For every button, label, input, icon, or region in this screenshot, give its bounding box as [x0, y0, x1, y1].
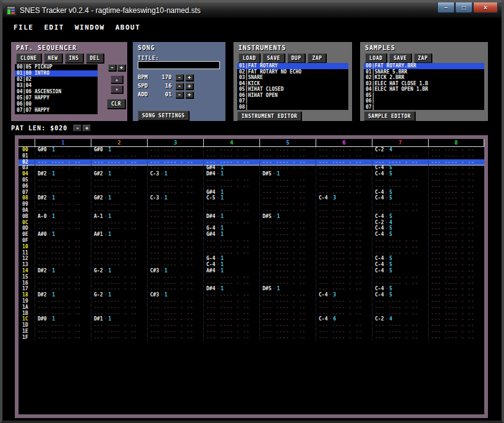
pattern-cell[interactable]: --- ---- - -- [428, 183, 484, 190]
sequence-entry-4[interactable]: 04|06 ASCENSION [15, 89, 98, 95]
pattern-cell[interactable]: --- ---- - -- [147, 207, 203, 214]
pattern-note[interactable]: D#5·1 [259, 286, 316, 292]
pattern-note[interactable]: G#4·1 [203, 232, 259, 238]
instrument-entry-6[interactable]: 07| [237, 98, 348, 104]
pattern-cell[interactable]: --- ---- - -- [259, 238, 316, 244]
pattern-note[interactable]: A-0·1 [35, 214, 91, 220]
pattern-cell[interactable]: --- ---- - -- [35, 298, 91, 304]
pattern-cell[interactable]: --- ---- - -- [91, 286, 147, 292]
pattern-cell[interactable]: --- ---- - -- [147, 262, 203, 268]
pattern-cell[interactable]: --- ---- - -- [259, 244, 316, 250]
pattern-cell[interactable]: --- ---- - -- [259, 298, 316, 304]
pattern-cell[interactable]: --- ---- - -- [259, 195, 316, 201]
patlen-inc-button[interactable]: + [83, 125, 91, 132]
menu-edit[interactable]: EDIT [44, 23, 65, 31]
sample-entry-2[interactable]: 02|KICK 2.BRR [364, 75, 484, 81]
pattern-note[interactable]: C-4·5 [372, 190, 428, 196]
pattern-cell[interactable]: --- ---- - -- [259, 274, 316, 280]
pattern-cell[interactable]: --- ---- - -- [203, 177, 259, 183]
pattern-cell[interactable]: --- ---- - -- [316, 165, 372, 171]
pattern-cell[interactable]: --- ---- - -- [316, 220, 372, 226]
pattern-cell[interactable]: --- ---- - -- [428, 274, 484, 280]
pattern-cell[interactable]: --- ---- - -- [91, 201, 147, 207]
pattern-cell[interactable]: --- ---- - -- [147, 214, 203, 220]
pattern-cell[interactable]: --- ---- - -- [316, 190, 372, 196]
pattern-cell[interactable]: --- ---- - -- [91, 225, 147, 232]
pattern-cell[interactable]: --- ---- - -- [428, 238, 484, 244]
pattern-cell[interactable]: --- ---- - -- [259, 153, 316, 159]
pattern-cell[interactable]: --- ---- - -- [372, 244, 428, 250]
pattern-cell[interactable]: --- ---- - -- [428, 220, 484, 226]
pattern-cell[interactable]: --- ---- - -- [372, 250, 428, 256]
pattern-note[interactable]: C-4·5 [372, 225, 428, 232]
pattern-cell[interactable]: --- ---- - -- [372, 335, 428, 341]
pattern-note[interactable]: D#2·1 [35, 268, 91, 274]
pattern-cell[interactable]: --- ---- - -- [259, 147, 316, 153]
pattern-cell[interactable]: --- ---- - -- [147, 238, 203, 244]
pattern-cell[interactable]: --- ---- - -- [316, 280, 372, 287]
pattern-cell[interactable]: --- ---- - -- [372, 159, 428, 165]
sequence-entry-1[interactable]: 01|00 INTRO [15, 70, 98, 77]
sample-save-button[interactable]: SAVE [389, 53, 411, 63]
pattern-cell[interactable]: --- ---- - -- [35, 244, 91, 250]
pattern-cell[interactable]: --- ---- - -- [259, 335, 316, 341]
pattern-cell[interactable]: --- ---- - -- [35, 322, 91, 329]
pattern-cell[interactable]: --- ---- - -- [372, 238, 428, 244]
pattern-cell[interactable]: --- ---- - -- [35, 159, 91, 165]
sample-entry-1[interactable]: 01|SNARE 5.BRR [364, 69, 484, 75]
pattern-cell[interactable]: --- ---- - -- [91, 238, 147, 244]
seq-clone-button[interactable]: CLONE [16, 53, 41, 63]
sequence-entry-6[interactable]: 06|00 [15, 101, 98, 107]
pattern-note[interactable]: C-3·1 [147, 171, 203, 177]
sample-zap-button[interactable]: ZAP [414, 53, 432, 63]
pattern-cell[interactable]: --- ---- - -- [91, 165, 147, 171]
pattern-note[interactable]: C-4·6 [316, 316, 372, 322]
pattern-cell[interactable]: --- ---- - -- [203, 159, 259, 165]
pattern-note[interactable]: C-4·3 [316, 195, 372, 201]
channel-header-4[interactable]: 4 [203, 139, 259, 146]
pattern-cell[interactable]: --- ---- - -- [91, 335, 147, 341]
pattern-cell[interactable]: --- ---- - -- [147, 153, 203, 159]
pattern-cell[interactable]: --- ---- - -- [147, 298, 203, 304]
pattern-cell[interactable]: --- ---- - -- [372, 177, 428, 183]
pattern-note[interactable]: C-4·5 [372, 292, 428, 298]
pattern-cell[interactable]: --- ---- - -- [316, 286, 372, 292]
song-title-input[interactable] [138, 61, 220, 69]
pattern-note[interactable]: G#2·1 [91, 171, 147, 177]
seq-new-button[interactable]: NEW [44, 53, 62, 63]
instrument-entry-7[interactable]: 08| [237, 104, 348, 111]
pattern-cell[interactable]: --- ---- - -- [147, 225, 203, 232]
pattern-note[interactable]: C-2·4 [372, 316, 428, 322]
pattern-cell[interactable]: --- ---- - -- [428, 280, 484, 287]
pattern-cell[interactable]: --- ---- - -- [147, 147, 203, 153]
sequence-entry-0[interactable]: 00|05 PICKUP [15, 64, 98, 70]
pattern-cell[interactable]: --- ---- - -- [316, 274, 372, 280]
pattern-cell[interactable]: --- ---- - -- [91, 220, 147, 226]
pattern-cell[interactable]: --- ---- - -- [428, 244, 484, 250]
pattern-cell[interactable]: --- ---- - -- [259, 225, 316, 232]
pattern-cell[interactable]: --- ---- - -- [35, 190, 91, 196]
pattern-cell[interactable]: --- ---- - -- [35, 207, 91, 214]
pattern-cell[interactable]: --- ---- - -- [35, 262, 91, 268]
pattern-cell[interactable]: --- ---- - -- [316, 207, 372, 214]
pattern-cell[interactable]: --- ---- - -- [147, 280, 203, 287]
pattern-cell[interactable]: --- ---- - -- [35, 238, 91, 244]
sample-entry-3[interactable]: 03|ELEC HAT CLOSE 1.B [364, 81, 484, 87]
pattern-cell[interactable]: --- ---- - -- [147, 220, 203, 226]
pattern-cell[interactable]: --- ---- - -- [316, 183, 372, 190]
pattern-cell[interactable]: --- ---- - -- [316, 159, 372, 165]
sequence-entry-7[interactable]: 07|07 HAPPY [15, 107, 98, 114]
pattern-cell[interactable]: --- ---- - -- [35, 335, 91, 341]
instrument-entry-1[interactable]: 02|FAT ROTARY NO ECHO [237, 69, 348, 75]
channel-header-1[interactable]: 1 [35, 139, 91, 146]
pattern-cell[interactable]: --- ---- - -- [372, 280, 428, 287]
maximize-button[interactable]: □ [455, 2, 472, 13]
pattern-cell[interactable]: --- ---- - -- [203, 147, 259, 153]
pattern-cell[interactable]: --- ---- - -- [147, 165, 203, 171]
pattern-cell[interactable]: --- ---- - -- [147, 335, 203, 341]
channel-header-7[interactable]: 7 [372, 139, 428, 146]
pattern-cell[interactable]: --- ---- - -- [259, 268, 316, 274]
pattern-note[interactable]: C-2·4 [372, 147, 428, 153]
pattern-note[interactable]: C-4·5 [372, 165, 428, 171]
pattern-inc-button[interactable]: + [117, 64, 125, 71]
